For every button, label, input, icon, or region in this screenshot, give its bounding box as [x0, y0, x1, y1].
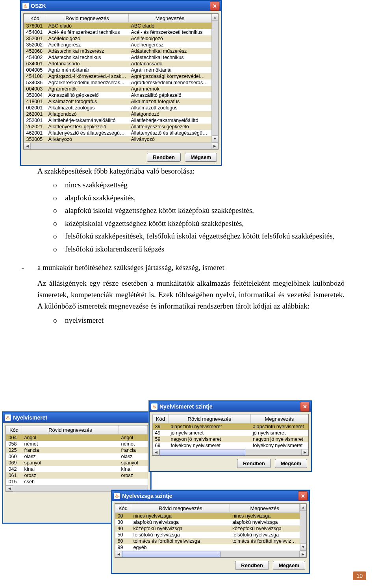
col-rovid[interactable]: Rövid megnevezés [46, 14, 129, 23]
table-row[interactable]: 262001ÁllatgondozóÁllatgondozó [24, 111, 211, 117]
table-row[interactable]: 40középfokú nyelvvizsgaközépfokú nyelvvi… [115, 525, 300, 532]
bullet-item: alapfokú iskolai végzettséghez kötött kö… [37, 205, 345, 216]
table-row[interactable]: 378001ABC eladóABC eladó [24, 23, 211, 30]
table-row[interactable]: 015cseh [6, 479, 148, 485]
table-cell: 59 [153, 436, 169, 442]
window-title: Nyelvismeret szintje [159, 403, 300, 410]
scroll-left-icon[interactable]: ◀ [6, 485, 13, 492]
scrollbar-horizontal[interactable]: ◀ ▶ [24, 142, 218, 149]
table-cell: Állványozó [46, 136, 129, 142]
table-row[interactable]: 99egyéb [115, 544, 300, 551]
col-kod[interactable]: Kód [24, 14, 46, 23]
col-kod[interactable]: Kód [6, 426, 22, 435]
doc-heading: A szakképesítések főbb kategóriába való … [37, 165, 345, 177]
table-row[interactable]: 060olaszolasz [6, 453, 148, 460]
col-rovid[interactable]: Rövid megnevezés [169, 415, 251, 423]
table-cell: spanyol [22, 460, 119, 466]
col-rovid[interactable]: Rövid megnevezés [22, 426, 119, 435]
col-megnevezes[interactable]: Megnevezés [129, 14, 211, 23]
table-row[interactable]: 025franciafrancia [6, 447, 148, 453]
scroll-up-icon[interactable]: ▲ [300, 504, 306, 511]
cancel-button[interactable]: Mégsem [275, 459, 307, 468]
col-blank[interactable] [119, 426, 148, 435]
table-row[interactable]: 454001Acél- és fémszerkezeti technikusAc… [24, 29, 211, 35]
table-row[interactable]: 042kínaikínai [6, 466, 148, 472]
table-row[interactable]: 004003AgrármérnökAgrármérnök [24, 86, 211, 92]
table-row[interactable]: 252001Állatifehérje-takarmányelőállítóÁl… [24, 117, 211, 124]
table-row[interactable]: 352001AcélfeldolgozóAcélfeldolgozó [24, 35, 211, 42]
table-row[interactable]: 452068Adástechnikai műszerészAdástechnik… [24, 48, 211, 54]
close-icon[interactable]: ✕ [300, 402, 309, 411]
cancel-button[interactable]: Mégsem [273, 561, 305, 570]
table-cell [230, 544, 300, 551]
scroll-right-icon[interactable]: ▶ [299, 551, 306, 557]
col-kod[interactable]: Kód [153, 415, 169, 423]
ok-button[interactable]: Rendben [147, 153, 181, 162]
scroll-right-icon[interactable]: ▶ [301, 449, 308, 455]
table-cell: 60 [115, 538, 131, 544]
table-cell: 99 [115, 544, 131, 551]
table-cell: nagyon jó nyelvismeret [169, 436, 251, 442]
col-megnevezes[interactable]: Megnevezés [230, 504, 300, 513]
table-row[interactable]: 39alapszintű nyelvismeretalapszintű nyel… [153, 423, 308, 430]
table-cell: 069 [6, 460, 22, 466]
table-cell: német [119, 441, 148, 447]
table-row[interactable]: 002001Alkalmazott zoológusAlkalmazott zo… [24, 105, 211, 111]
ok-button[interactable]: Rendben [235, 561, 269, 570]
col-megnevezes[interactable]: Megnevezés [250, 415, 308, 423]
table-row[interactable]: 00nincs nyelvvizsganincs nyelvvizsga [115, 513, 300, 520]
table-row[interactable]: 50felsőfokú nyelvvizsgafelsőfokú nyelvvi… [115, 532, 300, 538]
scrollbar-vertical[interactable]: ▲ ▼ [211, 14, 218, 142]
bullet-item: felsőfokú iskolarendszerű képzés [37, 243, 345, 255]
table-cell: 40 [115, 525, 131, 532]
close-icon[interactable]: ✕ [298, 491, 308, 501]
col-rovid[interactable]: Rövid megnevezés [131, 504, 230, 513]
scrollbar-horizontal[interactable]: ◀ ▶ [115, 551, 306, 557]
table-row[interactable]: 454002Adástechnikai technikusAdástechnik… [24, 54, 211, 61]
java-icon: ♨ [22, 3, 29, 9]
table-row[interactable]: 534035Agrárkereskedelmi menedzseras...Ag… [24, 80, 211, 86]
table-row[interactable]: 634001AdótanácsadóAdótanácsadó [24, 61, 211, 67]
table-cell: Agrárgazdasági környezetvédelmi szaktech… [129, 73, 211, 80]
table-row[interactable]: 262021Állattenyésztési gépkezelőÁllatten… [24, 124, 211, 130]
table-cell: Agrármérnök [46, 86, 129, 92]
scroll-left-icon[interactable]: ◀ [152, 449, 159, 455]
scroll-down-icon[interactable]: ▼ [212, 135, 218, 142]
table-row[interactable]: 069spanyolspanyol [6, 460, 148, 466]
scrollbar-vertical[interactable]: ▲ ▼ [300, 504, 306, 551]
table-row[interactable]: 418001Alkalmazott fotográfusAlkalmazott … [24, 98, 211, 105]
table-row[interactable]: 30alapfokú nyelvvizsgaalapfokú nyelvvizs… [115, 519, 300, 525]
table-row[interactable]: 49jó nyelvismeretjó nyelvismeret [153, 430, 308, 436]
table-cell: kínai [119, 466, 148, 472]
scrollbar-horizontal[interactable]: ◀ ▶ [152, 449, 308, 455]
table-row[interactable]: 004005Agrár mérnöktanárAgrár mérnöktanár [24, 67, 211, 73]
table-row[interactable]: 058németnémet [6, 441, 148, 447]
scroll-left-icon[interactable]: ◀ [24, 143, 31, 149]
table-cell: nincs nyelvvizsga [230, 513, 300, 520]
cancel-button[interactable]: Mégsem [185, 153, 217, 162]
table-cell: Adótanácsadó [46, 61, 129, 67]
table-row[interactable]: 60tolmács és fordítói nyelvvizsgatolmács… [115, 538, 300, 544]
table-cell: 252001 [24, 117, 46, 124]
table-row[interactable]: 69folyékony nyelvismeretfolyékony nyelvi… [153, 442, 308, 449]
close-icon[interactable]: ✕ [210, 1, 219, 11]
page-number: 10 [353, 571, 366, 580]
table-row[interactable]: 352004Aknaszállító gépkezelőAknaszállító… [24, 92, 211, 98]
ok-button[interactable]: Rendben [237, 459, 271, 468]
scroll-right-icon[interactable]: ▶ [211, 143, 218, 149]
scroll-left-icon[interactable]: ◀ [115, 551, 122, 557]
table-row[interactable]: 454108Agrárgazd.-i környezetvéd.-i szakt… [24, 73, 211, 80]
table-cell: Állattenyésztő és állategészségügyi tech… [129, 130, 211, 136]
table-cell: 015 [6, 479, 22, 485]
table-row[interactable]: 352005ÁllványozóÁllványozó [24, 136, 211, 142]
table-row[interactable]: 352002AcélhengerészAcélhengerész [24, 42, 211, 48]
col-kod[interactable]: Kód [115, 504, 131, 513]
table-cell: folyékony nyelvismeret [169, 442, 251, 449]
table-row[interactable]: 59nagyon jó nyelvismeretnagyon jó nyelvi… [153, 436, 308, 442]
table-row[interactable]: 061oroszorosz [6, 472, 148, 479]
bullet-list-1: nincs szakképzettségalapfokú szakképesít… [37, 179, 345, 255]
table-row[interactable]: 462001Állattenyésztő és állategészségüg.… [24, 130, 211, 136]
table-row[interactable]: 004angolangol [6, 435, 148, 441]
scroll-down-icon[interactable]: ▼ [300, 544, 306, 551]
scroll-up-icon[interactable]: ▲ [212, 14, 218, 21]
